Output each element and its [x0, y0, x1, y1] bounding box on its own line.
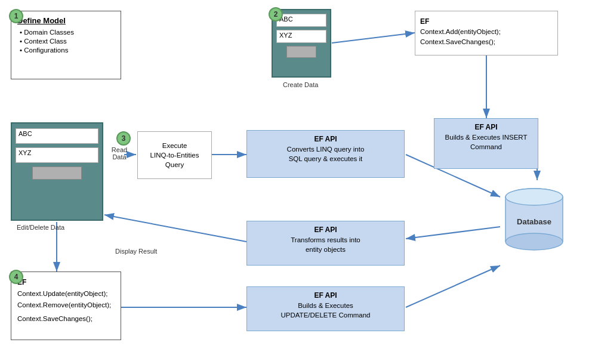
database-icon: Database — [501, 179, 567, 257]
svg-line-12 — [406, 266, 500, 307]
ef-api-update-title: EF API — [252, 291, 399, 301]
badge-4: 4 — [9, 270, 23, 284]
ef-api-insert-title: EF API — [439, 122, 533, 132]
ef-update-box: EF Context.Update(entityObject); Context… — [11, 272, 121, 340]
badge-3: 3 — [116, 131, 131, 146]
ef-top-right-box: EF Context.Add(entityObject); Context.Sa… — [415, 11, 558, 55]
svg-line-8 — [406, 227, 500, 239]
svg-point-17 — [505, 233, 563, 250]
step1-item-3: Configurations — [20, 47, 115, 54]
read-data-label: Read Data — [107, 146, 131, 161]
step1-item-2: Context Class — [20, 38, 115, 45]
edit-input-xyz[interactable]: XYZ — [16, 147, 98, 163]
ef-update-line2: Context.Remove(entityObject); — [17, 300, 115, 310]
database-label-text: Database — [517, 217, 551, 226]
step1-item-1: Domain Classes — [20, 29, 115, 36]
ef-top-right-line2: Context.SaveChanges(); — [420, 37, 553, 47]
badge-1: 1 — [9, 9, 23, 23]
create-data-input-xyz[interactable]: XYZ — [276, 30, 326, 43]
edit-delete-button[interactable] — [32, 166, 82, 180]
ef-api-transform-body: Transforms results intoentity objects — [252, 235, 399, 254]
ef-api-update-body: Builds & ExecutesUPDATE/DELETE Command — [252, 301, 399, 320]
edit-delete-widget: ABC XYZ — [11, 122, 103, 221]
ef-top-right-line1: Context.Add(entityObject); — [420, 27, 553, 37]
ef-api-insert-box: EF API Builds & Executes INSERTCommand — [434, 118, 538, 169]
create-data-button[interactable] — [286, 46, 316, 58]
svg-point-18 — [505, 189, 563, 205]
step1-list: Domain Classes Context Class Configurati… — [17, 29, 115, 54]
svg-line-2 — [332, 33, 415, 43]
edit-input-abc[interactable]: ABC — [16, 128, 98, 144]
step1-title: Define Model — [17, 16, 115, 25]
ef-api-transform-title: EF API — [252, 225, 399, 235]
execute-query-box: ExecuteLINQ-to-EntitiesQuery — [137, 131, 212, 179]
svg-line-9 — [104, 215, 246, 242]
execute-query-text: ExecuteLINQ-to-EntitiesQuery — [150, 141, 199, 169]
create-data-input-abc[interactable]: ABC — [276, 14, 326, 27]
ef-api-update-box: EF API Builds & ExecutesUPDATE/DELETE Co… — [246, 286, 405, 331]
create-data-label: Create Data — [283, 81, 318, 88]
database-container: Database — [501, 179, 567, 257]
ef-api-linq-box: EF API Converts LINQ query intoSQL query… — [246, 130, 405, 178]
edit-delete-label: Edit/Delete Data — [17, 224, 64, 231]
diagram-container: 1 Define Model Domain Classes Context Cl… — [0, 0, 595, 364]
ef-update-line1: Context.Update(entityObject); — [17, 288, 115, 299]
ef-api-transform-box: EF API Transforms results intoentity obj… — [246, 221, 405, 266]
badge-2: 2 — [269, 7, 283, 21]
ef-update-line3: Context.SaveChanges(); — [17, 313, 115, 324]
ef-api-linq-body: Converts LINQ query intoSQL query & exec… — [252, 144, 399, 164]
ef-api-linq-title: EF API — [252, 134, 399, 144]
step1-box: Define Model Domain Classes Context Clas… — [11, 11, 121, 79]
display-result-label: Display Result — [115, 248, 157, 255]
ef-api-insert-body: Builds & Executes INSERTCommand — [439, 132, 533, 152]
